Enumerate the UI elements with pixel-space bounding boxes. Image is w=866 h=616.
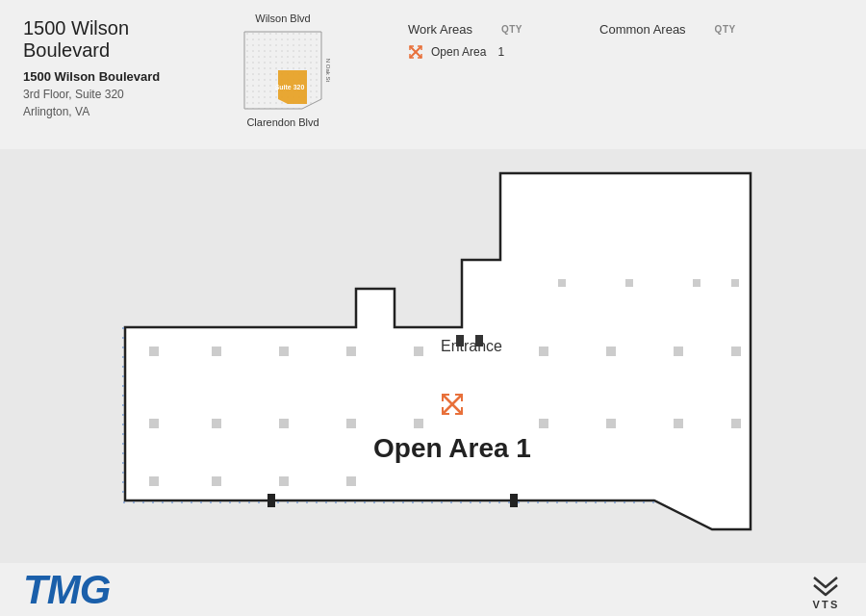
svg-rect-23	[212, 419, 221, 428]
open-area-legend-item: Open Area 1	[408, 44, 522, 60]
svg-text:N Oak St: N Oak St	[325, 59, 331, 83]
svg-rect-41	[693, 279, 700, 287]
floorplan: Entrance Open Area 1	[0, 149, 866, 563]
footer: TMG VTS	[0, 563, 866, 616]
svg-rect-35	[267, 494, 275, 507]
svg-rect-14	[212, 346, 221, 356]
open-area-qty: 1	[497, 45, 504, 59]
svg-rect-20	[674, 346, 683, 356]
svg-text:Open Area 1: Open Area 1	[373, 433, 531, 463]
svg-rect-18	[539, 346, 548, 356]
svg-rect-40	[625, 279, 633, 287]
svg-rect-42	[731, 279, 739, 287]
svg-rect-22	[149, 419, 159, 428]
minimap-svg: Suite 320 N Oak St	[235, 27, 331, 114]
address-info: Arlington, VA	[23, 103, 216, 120]
svg-rect-16	[346, 346, 356, 356]
svg-text:Suite 320: Suite 320	[275, 84, 305, 90]
svg-rect-36	[510, 494, 518, 507]
floor-info: 3rd Floor, Suite 320	[23, 86, 216, 103]
svg-rect-26	[414, 419, 423, 428]
svg-rect-13	[149, 346, 159, 356]
minimap: Wilson Blvd Suite 320 N Oak St Clarendon…	[216, 13, 350, 128]
common-areas-section: Common Areas QTY	[599, 22, 736, 60]
svg-rect-28	[606, 419, 616, 428]
common-areas-qty-label: QTY	[715, 24, 736, 35]
svg-rect-21	[731, 346, 741, 356]
work-areas-section: Work Areas QTY Open Area 1	[408, 22, 522, 60]
legend: Work Areas QTY Open Area 1 Common	[350, 17, 843, 60]
open-area-icon	[408, 44, 423, 60]
work-areas-qty-label: QTY	[501, 24, 522, 35]
property-main-title: 1500 Wilson Boulevard	[23, 17, 216, 62]
minimap-label-bottom: Clarendon Blvd	[246, 116, 318, 128]
tmg-logo: TMG	[23, 567, 110, 613]
svg-rect-19	[606, 346, 616, 356]
svg-rect-15	[279, 346, 289, 356]
vts-chevron-icon	[809, 570, 843, 599]
svg-rect-33	[279, 476, 289, 486]
svg-rect-29	[674, 419, 683, 428]
header: 1500 Wilson Boulevard 1500 Wilson Boulev…	[0, 0, 866, 154]
svg-text:Entrance: Entrance	[441, 338, 502, 354]
property-info: 1500 Wilson Boulevard 1500 Wilson Boulev…	[23, 17, 216, 120]
svg-rect-30	[731, 419, 741, 428]
vts-text-label: VTS	[813, 599, 840, 610]
svg-rect-31	[149, 476, 159, 486]
svg-rect-24	[279, 419, 289, 428]
svg-rect-34	[346, 476, 356, 486]
svg-rect-17	[414, 346, 423, 356]
vts-logo: VTS	[809, 570, 843, 610]
open-area-label: Open Area	[431, 45, 486, 59]
work-areas-title: Work Areas	[408, 22, 472, 37]
common-areas-title: Common Areas	[599, 22, 686, 37]
svg-rect-32	[212, 476, 221, 486]
minimap-label-top: Wilson Blvd	[255, 13, 310, 24]
floorplan-svg: Entrance Open Area 1	[96, 164, 770, 549]
svg-rect-39	[558, 279, 566, 287]
property-sub-title: 1500 Wilson Boulevard	[23, 69, 216, 84]
svg-rect-27	[539, 419, 548, 428]
svg-rect-25	[346, 419, 356, 428]
